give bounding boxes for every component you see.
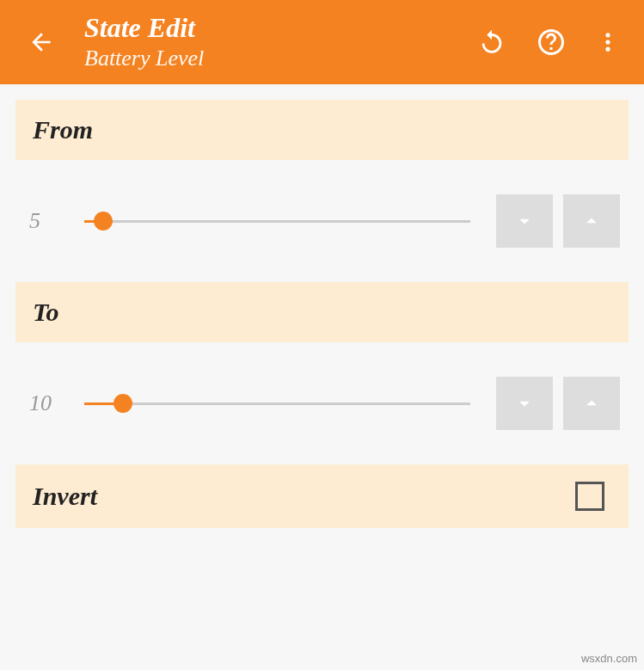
from-increase-button[interactable] <box>563 194 620 248</box>
to-slider[interactable] <box>84 390 470 416</box>
invert-row[interactable]: Invert <box>15 464 629 528</box>
app-bar: State Edit Battery Level <box>0 0 644 84</box>
from-value: 5 <box>24 208 84 234</box>
chevron-up-icon <box>580 391 604 415</box>
slider-track <box>84 403 470 405</box>
from-decrease-button[interactable] <box>496 194 553 248</box>
from-label: From <box>33 115 93 144</box>
to-decrease-button[interactable] <box>496 377 553 430</box>
chevron-down-icon <box>512 391 537 415</box>
back-button[interactable] <box>15 28 67 56</box>
appbar-titles: State Edit Battery Level <box>67 13 477 71</box>
to-stepper <box>496 377 620 430</box>
slider-thumb[interactable] <box>94 212 113 231</box>
content-area: From 5 To 10 <box>0 84 644 528</box>
chevron-down-icon <box>512 209 537 233</box>
help-icon <box>536 27 567 58</box>
help-button[interactable] <box>536 27 567 58</box>
more-vert-icon <box>596 27 620 58</box>
to-label: To <box>33 298 59 326</box>
from-stepper <box>496 194 620 248</box>
page-subtitle: Battery Level <box>84 46 477 71</box>
slider-track <box>84 220 470 223</box>
watermark: wsxdn.com <box>581 652 637 665</box>
appbar-actions <box>477 27 629 58</box>
from-row: 5 <box>15 160 629 282</box>
chevron-up-icon <box>580 209 604 233</box>
overflow-menu-button[interactable] <box>596 27 620 58</box>
from-slider[interactable] <box>84 208 470 234</box>
slider-thumb[interactable] <box>113 394 132 413</box>
to-value: 10 <box>24 390 84 416</box>
arrow-left-icon <box>28 28 55 56</box>
undo-button[interactable] <box>477 28 506 57</box>
svg-point-0 <box>605 33 610 37</box>
to-increase-button[interactable] <box>563 377 620 430</box>
page-title: State Edit <box>84 13 477 43</box>
from-header: From <box>15 100 629 160</box>
to-row: 10 <box>15 342 629 464</box>
to-header: To <box>15 282 629 342</box>
svg-point-1 <box>605 40 610 44</box>
invert-checkbox[interactable] <box>575 482 604 511</box>
svg-point-2 <box>605 47 610 52</box>
invert-label: Invert <box>33 482 97 511</box>
undo-icon <box>477 28 506 57</box>
